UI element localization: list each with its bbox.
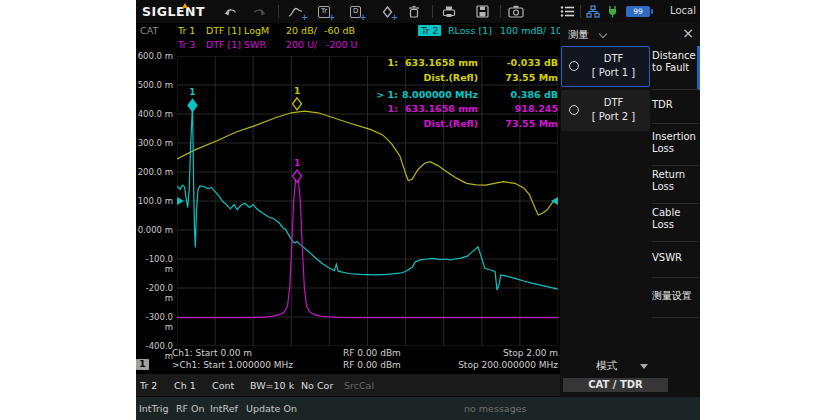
menu-item-tdr[interactable]: TDR	[652, 99, 698, 111]
marker-number: 1	[294, 158, 300, 168]
add-trace-curve-icon[interactable]: +	[288, 4, 303, 19]
marker-number: 1	[189, 87, 195, 97]
save-floppy-icon[interactable]	[476, 4, 489, 19]
marker-readout-line: Dist.(Refl) 73.55 Mm	[288, 72, 558, 83]
local-mode-label[interactable]: Local	[670, 5, 696, 16]
panel-title[interactable]: 测量	[568, 28, 589, 42]
marker-stimulus: Dist.(Refl)	[398, 72, 478, 83]
logo-spark-icon	[182, 3, 188, 8]
trace1-desc: DTF [1] LogM	[206, 25, 269, 36]
button-label: DTF	[578, 97, 649, 108]
power-plug-icon[interactable]	[606, 4, 619, 19]
menu-list-icon[interactable]	[560, 4, 575, 19]
lan-network-icon[interactable]	[586, 4, 600, 19]
marker-value: 918.245	[478, 103, 558, 114]
mode-label: CAT	[140, 25, 158, 36]
menu-separator	[652, 165, 698, 166]
y-axis-label: 400.0 m	[136, 109, 173, 119]
y-axis-label: 500.0 m	[136, 80, 173, 90]
plus-badge: +	[391, 13, 398, 22]
button-sublabel: [ Port 1 ]	[578, 67, 649, 78]
y-axis-label: 0.000 m	[136, 225, 173, 235]
add-tr-window-icon[interactable]: Tr +	[318, 4, 330, 19]
add-display-icon[interactable]: D +	[350, 4, 361, 19]
panel-header: 测量 ×	[560, 23, 700, 46]
dtf-port2-button[interactable]: DTF [ Port 2 ]	[561, 90, 650, 131]
status-trace[interactable]: Tr 2	[140, 380, 157, 391]
toolbar-separator	[432, 5, 433, 18]
mode-label[interactable]: 模式	[596, 359, 617, 373]
trace3-id[interactable]: Tr 3	[178, 39, 195, 50]
message-area: no messages	[464, 403, 527, 414]
plus-badge: +	[328, 13, 335, 22]
recall-print-icon[interactable]	[442, 4, 456, 19]
menu-item-cable-loss[interactable]: Cable Loss	[652, 207, 698, 231]
trace3-desc: DTF [1] SWR	[206, 39, 266, 50]
trace3-scale: 200 U/	[286, 39, 317, 50]
plus-badge: +	[360, 13, 367, 22]
y-axis-label: -200.0 m	[136, 283, 173, 303]
menu-separator	[652, 317, 698, 318]
stimulus-row-frequency: >Ch1: Start 1.000000 MHz RF 0.00 dBm Sto…	[136, 360, 560, 371]
menu-separator	[652, 203, 698, 204]
screenshot-camera-icon[interactable]	[508, 4, 524, 19]
trigger-status: IntTrig	[139, 403, 169, 414]
status-channel[interactable]: Ch 1	[174, 380, 196, 391]
rf-power: RF 0.00 dBm	[343, 360, 401, 370]
undo-icon[interactable]	[224, 4, 238, 19]
y-axis-label: -100.0 m	[136, 254, 173, 274]
y-axis-label: 200.0 m	[136, 167, 173, 177]
menu-item-vswr[interactable]: VSWR	[652, 252, 698, 264]
marker-readout-line: > 1: 8.000000 MHz 0.386 dB	[288, 89, 558, 100]
trace-info-row-1: CAT Tr 1 DTF [1] LogM 20 dB/ -60 dB Tr 2…	[136, 25, 560, 38]
mode-value-button[interactable]: CAT / TDR	[563, 378, 668, 392]
button-sublabel: [ Port 2 ]	[578, 111, 649, 122]
status-bw[interactable]: BW=10 k	[250, 380, 294, 391]
trace2-id-badge[interactable]: Tr 2	[418, 25, 441, 36]
marker-prefix	[288, 72, 398, 83]
marker-prefix: 1:	[288, 57, 398, 68]
button-label: DTF	[578, 53, 649, 64]
marker-stimulus: 633.1658 mm	[398, 103, 478, 114]
stimulus-row-distance: Ch1: Start 0.00 m RF 0.00 dBm Stop 2.00 …	[136, 348, 560, 359]
update-status: Update On	[246, 403, 297, 414]
menu-item-distance-to-fault[interactable]: Distance to Fault	[652, 50, 698, 74]
trace-status-bar: Tr 2 Ch 1 Cont BW=10 k No Cor SrcCal	[136, 374, 560, 396]
status-cont[interactable]: Cont	[212, 380, 234, 391]
close-icon[interactable]: ×	[682, 25, 694, 41]
siglent-logo: SIGLENT	[142, 4, 205, 19]
delete-trash-icon[interactable]	[408, 4, 420, 19]
marker-readout-line: 1: 633.1658 mm 918.245	[288, 103, 558, 114]
menu-item-return-loss[interactable]: Return Loss	[652, 169, 698, 193]
trace2-scale: 100 mdB/	[500, 25, 546, 36]
marker-value: -0.033 dB	[478, 57, 558, 68]
chevron-down-icon	[599, 30, 607, 38]
trace1-id[interactable]: Tr 1	[178, 25, 195, 36]
y-axis-label: 300.0 m	[136, 138, 173, 148]
marker-value: 73.55 Mm	[478, 72, 558, 83]
stop-value: Stop 200.000000 MHz	[458, 360, 558, 370]
stop-value: Stop 2.00 m	[503, 348, 558, 358]
add-marker-icon[interactable]: +	[382, 4, 393, 19]
trace2-desc: RLoss [1]	[448, 25, 492, 36]
y-axis-label: -300.0 m	[136, 312, 173, 332]
analyzer-window: SIGLENT + Tr + D + +	[136, 0, 700, 420]
toolbar-separator	[580, 5, 581, 18]
trace-info-row-2: Tr 3 DTF [1] SWR 200 U/ -200 U	[136, 39, 560, 52]
status-srccal: SrcCal	[344, 380, 374, 391]
marker-readout-line: 1: 633.1658 mm -0.033 dB	[288, 57, 558, 68]
redo-icon[interactable]	[252, 4, 266, 19]
marker-value: 73.55 Mm	[478, 118, 558, 129]
menu-item-insertion-loss[interactable]: Insertion Loss	[652, 131, 698, 155]
marker-prefix	[288, 118, 398, 129]
dropdown-arrow-icon[interactable]	[640, 364, 648, 369]
ref-level-arrow-left	[177, 197, 184, 205]
status-nocor[interactable]: No Cor	[301, 380, 333, 391]
marker-diamond[interactable]	[188, 99, 197, 111]
dtf-port1-button[interactable]: DTF [ Port 1 ]	[561, 46, 650, 87]
menu-separator	[652, 123, 698, 124]
menu-separator	[652, 241, 698, 242]
menu-item-measure-settings[interactable]: 测量设置	[652, 290, 698, 302]
menu-separator	[652, 277, 698, 278]
marker-value: 0.386 dB	[478, 89, 558, 100]
